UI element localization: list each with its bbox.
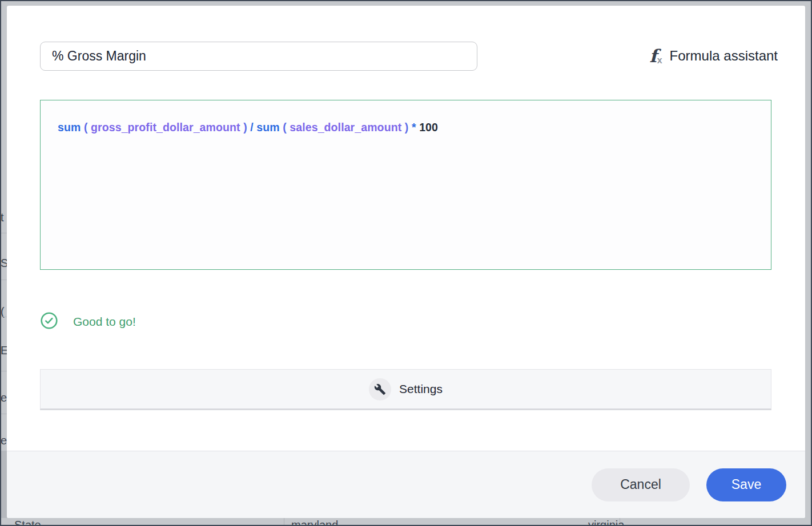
formula-token-paren: ): [240, 121, 251, 133]
background-column-divider: [284, 518, 284, 526]
formula-token-paren: (: [280, 121, 290, 133]
formula-name-input[interactable]: [40, 42, 477, 71]
cancel-button[interactable]: Cancel: [592, 468, 690, 501]
background-text-fragment: e: [1, 391, 7, 404]
formula-token-number: 100: [419, 121, 438, 133]
formula-token-function: sum: [256, 121, 279, 133]
check-circle-icon: [40, 311, 58, 332]
wrench-icon: [369, 378, 391, 400]
formula-assistant-label: Formula assistant: [670, 48, 778, 64]
formula-token-paren: ): [401, 121, 412, 133]
settings-button-label: Settings: [399, 382, 443, 396]
screen: tSt(Eeee Statemarylandvirginia fx Formul…: [0, 0, 812, 526]
save-button[interactable]: Save: [706, 468, 786, 501]
formula-token-function: sum: [58, 121, 81, 133]
formula-editor[interactable]: sum ( gross_profit_dollar_amount ) / sum…: [40, 100, 771, 270]
modal-footer: Cancel Save: [7, 451, 805, 518]
background-text-fragment: maryland: [291, 519, 338, 526]
formula-token-operator: *: [412, 121, 416, 133]
validation-status-label: Good to go!: [73, 315, 136, 329]
background-text-fragment: e: [1, 434, 7, 447]
background-text-fragment: State: [14, 519, 41, 526]
formula-token-column: gross_profit_dollar_amount: [91, 121, 240, 133]
formula-token-paren: (: [81, 121, 91, 133]
formula-editor-modal: fx Formula assistant sum ( gross_profit_…: [7, 6, 805, 518]
formula-token-column: sales_dollar_amount: [290, 121, 401, 133]
fx-icon-x: x: [657, 56, 662, 65]
background-text-fragment: virginia: [588, 519, 624, 526]
formula-expression: sum ( gross_profit_dollar_amount ) / sum…: [58, 121, 754, 134]
fx-icon: fx: [649, 47, 662, 65]
background-text-fragment: t: [1, 211, 4, 224]
validation-status: Good to go!: [40, 311, 136, 332]
formula-assistant-button[interactable]: fx Formula assistant: [649, 41, 778, 71]
fx-icon-f: f: [649, 47, 657, 65]
settings-button[interactable]: Settings: [40, 369, 771, 410]
